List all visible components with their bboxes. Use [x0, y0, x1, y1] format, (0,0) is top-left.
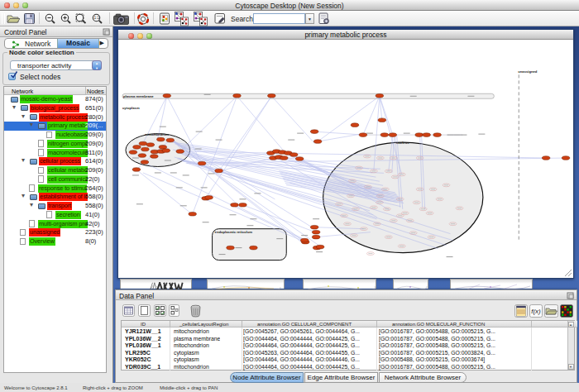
svg-text:mitochondrion: mitochondrion [145, 132, 170, 136]
svg-text:endoplasmic reticulum: endoplasmic reticulum [215, 230, 253, 234]
svg-text:cytoplasm: cytoplasm [122, 106, 140, 110]
svg-text:plasma membrane: plasma membrane [123, 94, 154, 98]
svg-text:unassigned: unassigned [518, 69, 538, 74]
svg-text:nucleus: nucleus [396, 141, 409, 145]
svg-text:1:1: 1:1 [94, 16, 100, 20]
svg-text:f(x): f(x) [531, 308, 541, 315]
